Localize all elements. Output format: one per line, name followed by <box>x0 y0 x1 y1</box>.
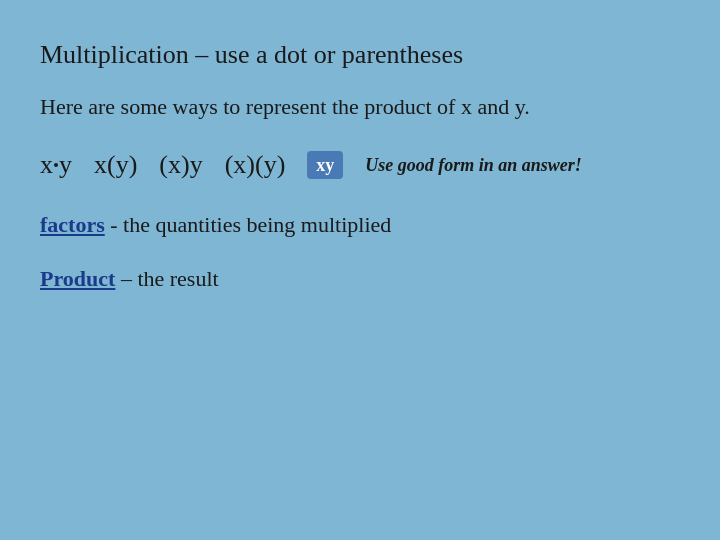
main-content: Multiplication – use a dot or parenthese… <box>0 0 720 322</box>
factors-keyword: factors <box>40 212 105 237</box>
examples-row: xy x(y) (x)y (x)(y) xy Use good form in … <box>40 150 680 180</box>
example-parenx-y: (x)y <box>159 150 202 180</box>
example-parenx-pareny: (x)(y) <box>225 150 286 180</box>
page-title: Multiplication – use a dot or parenthese… <box>40 40 680 70</box>
subtitle: Here are some ways to represent the prod… <box>40 94 680 120</box>
factors-rest: - the quantities being multiplied <box>105 212 392 237</box>
product-rest: – the result <box>115 266 218 291</box>
product-keyword: Product <box>40 266 115 291</box>
use-good-form-label: Use good form in an answer! <box>365 155 582 176</box>
product-line: Product – the result <box>40 266 680 292</box>
multiplication-dot <box>54 163 58 167</box>
example-dot: xy <box>40 150 72 180</box>
example-xparen-y: x(y) <box>94 150 137 180</box>
factors-line: factors - the quantities being multiplie… <box>40 212 680 238</box>
xy-badge: xy <box>307 151 343 179</box>
